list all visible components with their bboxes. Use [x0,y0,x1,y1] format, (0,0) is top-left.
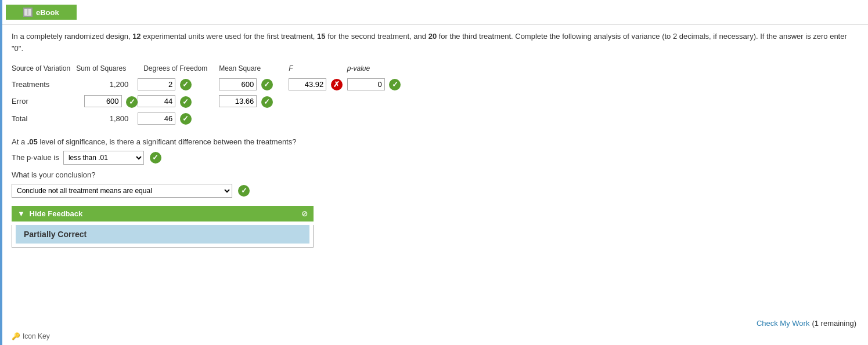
significance-section: At a .05 level of significance, is there… [12,137,856,198]
col-header-ss: Sum of Squares [76,63,138,76]
partially-correct-bar: Partially Correct [16,225,309,244]
feedback-arrow-icon: ▼ [17,209,25,218]
significance-question: At a .05 level of significance, is there… [12,137,856,146]
ms-error-cell: ✓ [219,93,289,110]
ms-total-cell [219,110,289,128]
df-treatments-check-icon: ✓ [180,79,192,90]
col-header-f: F [289,63,347,76]
partially-correct-label: Partially Correct [24,230,87,239]
problem-text: In a completely randomized design, 12 ex… [12,31,856,55]
remaining-text: (1 remaining) [812,319,856,328]
conclusion-question: What is your conclusion? [12,170,856,179]
df-total-check-icon: ✓ [180,113,192,125]
ebook-button[interactable]: eBook [6,5,77,20]
pval-total-cell [347,110,406,128]
icon-key-section: 🔑 Icon Key [12,332,50,340]
pval-error-cell [347,93,406,110]
df-error-check-icon: ✓ [180,96,192,108]
df-treatments-input[interactable] [138,78,175,90]
source-total: Total [12,110,76,128]
table-row: Error ✓ ✓ ✓ [12,93,405,110]
source-error: Error [12,93,76,110]
feedback-section: ▼ Hide Feedback ⊘ Partially Correct [12,206,314,248]
pvalue-row: The p-value is less than .01 between .01… [12,151,856,165]
ss-error-check-icon: ✓ [126,96,138,108]
df-treatments-cell: ✓ [138,76,219,93]
pvalue-dropdown[interactable]: less than .01 between .01 and .05 greate… [63,151,144,165]
table-row: Total 1,800 ✓ [12,110,405,128]
df-error-cell: ✓ [138,93,219,110]
feedback-close-icon[interactable]: ⊘ [301,209,308,218]
ms-error-check-icon: ✓ [261,96,273,108]
ms-error-input[interactable] [219,95,257,107]
check-my-work-button[interactable]: Check My Work [757,319,810,328]
col-header-df: Degrees of Freedom [138,63,219,76]
conclusion-dropdown[interactable]: Conclude not all treatment means are equ… [12,184,232,198]
feedback-header[interactable]: ▼ Hide Feedback ⊘ [12,206,314,221]
ms-treatments-check-icon: ✓ [261,79,273,90]
ms-treatments-cell: ✓ [219,76,289,93]
df-total-cell: ✓ [138,110,219,128]
key-icon: 🔑 [12,332,20,340]
feedback-body: Partially Correct [12,225,314,248]
ss-treatments-value: 1,200 [76,76,138,93]
f-treatments-cell: ✗ [289,76,347,93]
book-icon [23,8,33,17]
bottom-bar: Check My Work (1 remaining) [757,319,856,328]
ss-error-input[interactable] [84,95,122,107]
pval-treatments-input[interactable] [347,78,385,90]
f-error-cell [289,93,347,110]
ebook-label: eBook [36,8,59,17]
conclusion-row: Conclude not all treatment means are equ… [12,184,856,198]
col-header-pval: p-value [347,63,406,76]
source-treatments: Treatments [12,76,76,93]
col-header-ms: Mean Square [219,63,289,76]
f-treatments-x-icon: ✗ [331,79,343,90]
f-treatments-input[interactable] [289,78,326,90]
f-total-cell [289,110,347,128]
pval-treatments-cell: ✓ [347,76,406,93]
pval-treatments-check-icon: ✓ [389,79,401,90]
pvalue-check-icon: ✓ [150,152,161,164]
conclusion-check-icon: ✓ [238,185,250,197]
icon-key-label: Icon Key [23,332,50,340]
ss-error-cell: ✓ [76,93,138,110]
df-error-input[interactable] [138,95,175,107]
anova-table: Source of Variation Sum of Squares Degre… [12,63,405,128]
col-header-source: Source of Variation [12,63,76,76]
ss-total-value: 1,800 [76,110,138,128]
table-row: Treatments 1,200 ✓ ✓ ✗ ✓ [12,76,405,93]
feedback-header-label: Hide Feedback [30,209,83,218]
ms-treatments-input[interactable] [219,78,257,90]
df-total-input[interactable] [138,112,175,125]
